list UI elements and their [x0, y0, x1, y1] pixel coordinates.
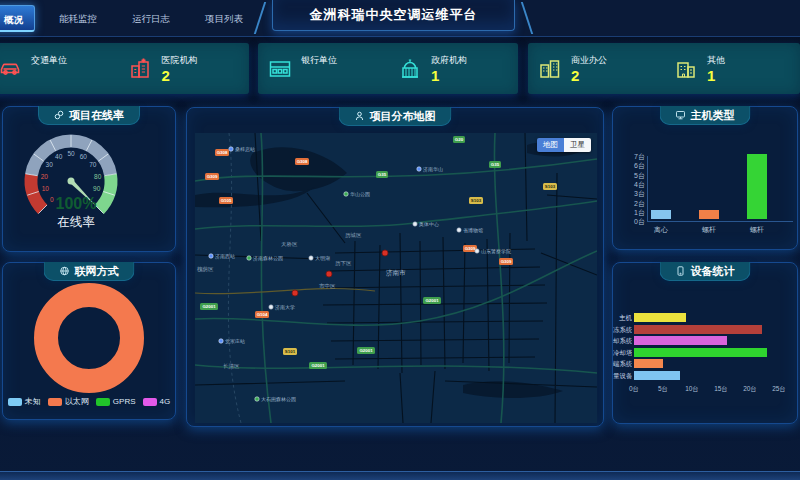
row-label: 冷却塔 — [613, 349, 632, 358]
road-badge: G308 — [217, 150, 228, 155]
district-label: 长清区 — [223, 363, 240, 370]
x-tick: 15台 — [711, 385, 731, 394]
network-legend: 未知 以太网 GPRS 4G — [3, 396, 175, 407]
bar-cooling-tower[interactable] — [634, 348, 767, 357]
stat-transport: 交通单位 — [0, 54, 119, 83]
map-mode-button[interactable]: 地图 — [537, 138, 564, 152]
road-badge: G35 — [491, 162, 500, 167]
project-marker[interactable] — [326, 271, 332, 277]
legend-item-4g[interactable]: 4G — [143, 397, 171, 406]
stat-card-transport-hospital: 交通单位 医院机构 2 — [0, 43, 249, 94]
bar-host[interactable] — [634, 313, 686, 322]
district-label: 市中区 — [319, 283, 336, 289]
y-tick: 0台 — [619, 217, 645, 227]
road-badge: G309 — [207, 174, 218, 179]
gauge-tick-90: 90 — [93, 185, 101, 192]
city-label: 济南市 — [386, 269, 406, 277]
road-badge: G309 — [501, 259, 512, 264]
bar-cooling-system[interactable] — [634, 336, 727, 345]
online-rate-panel: 项目在线率 0 10 20 30 40 50 60 70 80 90 100% … — [2, 106, 176, 252]
gauge-tick-70: 70 — [89, 161, 97, 168]
bar-screw-1[interactable] — [699, 210, 719, 219]
device-stats-bar-chart: 主机 冻系统 却系统 冷却塔 端系统 量设备 0台 5台 10台 15台 20台… — [613, 263, 797, 423]
legend-label: 以太网 — [65, 396, 89, 407]
government-icon — [398, 57, 422, 81]
poi-label: 奥体中心 — [419, 221, 439, 227]
person-icon — [355, 111, 365, 121]
legend-item-unknown[interactable]: 未知 — [8, 396, 41, 407]
y-tick: 6台 — [619, 161, 645, 171]
road-badge: G2001 — [202, 304, 216, 309]
bar-centrifugal[interactable] — [651, 210, 671, 219]
poi-label: 济南森林公园 — [253, 255, 283, 262]
stat-office: 商业办公 2 — [528, 54, 664, 83]
panel-title-text: 联网方式 — [75, 264, 119, 279]
tab-run-log[interactable]: 运行日志 — [121, 5, 181, 32]
project-marker[interactable] — [382, 250, 388, 256]
tab-energy-monitor[interactable]: 能耗监控 — [48, 5, 108, 32]
legend-item-ethernet[interactable]: 以太网 — [48, 396, 89, 407]
legend-label: GPRS — [113, 397, 136, 406]
x-tick: 0台 — [624, 385, 644, 394]
bar-terminal-system[interactable] — [634, 359, 663, 368]
row-label: 却系统 — [613, 337, 632, 346]
x-tick: 20台 — [740, 385, 760, 394]
stat-label: 医院机构 — [162, 54, 198, 67]
stat-value — [301, 69, 337, 83]
gauge-tick-40: 40 — [55, 153, 63, 160]
legend-chip — [143, 398, 157, 406]
legend-label: 4G — [160, 397, 171, 406]
poi-label: 济南华山 — [423, 166, 443, 173]
stat-label: 银行单位 — [301, 54, 337, 67]
x-category-label: 离心 — [643, 225, 679, 235]
gauge-caption: 在线率 — [57, 215, 95, 229]
donut-ring-ethernet — [46, 295, 132, 381]
bar-metering-device[interactable] — [634, 371, 680, 380]
stat-other: 其他 1 — [664, 54, 800, 83]
gauge-tick-10: 10 — [42, 185, 50, 192]
road-badge: S101 — [285, 349, 296, 354]
poi-label: 桑梓店站 — [235, 146, 255, 152]
stat-label: 商业办公 — [571, 54, 607, 67]
network-mode-panel: 联网方式 未知 以太网 GPRS 4G — [2, 262, 176, 420]
bar-chilled-system[interactable] — [634, 325, 762, 334]
tab-project-list[interactable]: 项目列表 — [194, 5, 254, 32]
bar-screw-2[interactable] — [747, 154, 767, 219]
road-badge: G20 — [455, 137, 464, 142]
network-donut-chart — [3, 280, 177, 394]
road-badge: G309 — [465, 246, 476, 251]
district-label: 天桥区 — [281, 241, 298, 247]
stat-value — [31, 69, 67, 83]
gauge-value: 100% — [56, 195, 97, 212]
gauge-tick-30: 30 — [46, 161, 54, 168]
road-badge: G2001 — [359, 348, 373, 353]
project-marker[interactable] — [292, 290, 298, 296]
tab-overview[interactable]: 概况 — [0, 5, 35, 32]
bank-icon — [268, 57, 292, 81]
project-distribution-map[interactable]: G308 G309 G308 G105 G104 G309 G309 G35 G… — [195, 133, 597, 423]
online-rate-panel-title: 项目在线率 — [38, 106, 140, 125]
map-type-switch: 地图 卫星 — [537, 138, 591, 152]
district-label: 历下区 — [335, 260, 352, 267]
top-navigation-bar: 概况 能耗监控 运行日志 项目列表 视频监控 金洲科瑞中央空调运维平台 — [0, 0, 800, 37]
other-building-icon — [674, 57, 698, 81]
road-badge: G2001 — [311, 363, 325, 368]
map-panel-title: 项目分布地图 — [339, 107, 452, 126]
project-map-panel: 项目分布地图 G308 G309 G308 G105 G104 — [186, 107, 604, 427]
x-tick: 10台 — [682, 385, 702, 394]
row-label: 主机 — [613, 314, 632, 323]
legend-item-gprs[interactable]: GPRS — [96, 397, 136, 406]
stat-label: 政府机构 — [431, 54, 467, 67]
stat-card-bank-government: 银行单位 政府机构 1 — [258, 43, 518, 94]
online-rate-gauge: 0 10 20 30 40 50 60 70 80 90 100% 在线率 — [3, 125, 177, 253]
satellite-mode-button[interactable]: 卫星 — [564, 138, 591, 152]
poi-label: 山东警察学院 — [481, 248, 511, 255]
legend-chip — [8, 398, 22, 406]
legend-chip — [48, 398, 62, 406]
gauge-tick-60: 60 — [80, 153, 88, 160]
stat-card-office-other: 商业办公 2 其他 1 — [528, 43, 800, 94]
legend-chip — [96, 398, 110, 406]
x-category-label: 螺杆 — [739, 225, 775, 235]
stat-bank: 银行单位 — [258, 54, 388, 83]
car-icon — [0, 57, 22, 81]
